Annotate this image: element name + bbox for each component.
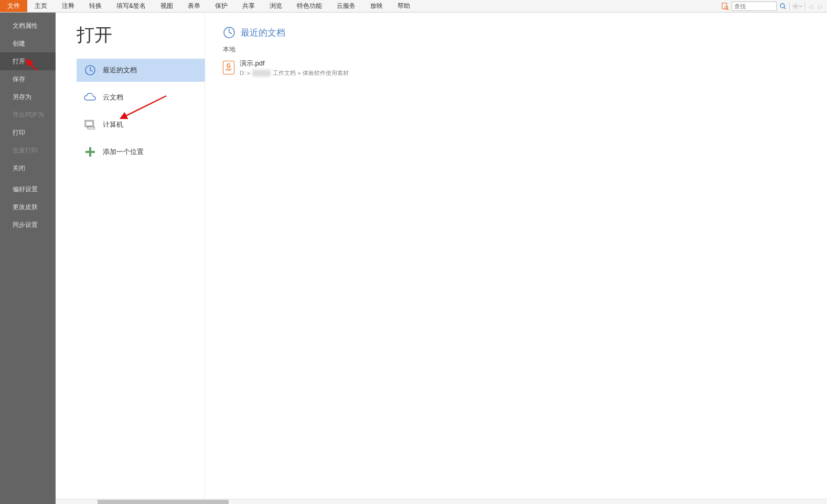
sidebar-item-batchprint[interactable]: 批量打印 <box>0 141 56 159</box>
recent-file-item[interactable]: G PDF 演示.pdf D: » ████ 工作文档 » 体验软件使用素材 <box>223 57 827 78</box>
local-section-label: 本地 <box>223 45 827 54</box>
cloud-icon <box>84 91 96 104</box>
open-panel-title: 打开 <box>77 23 205 47</box>
open-option-label: 云文档 <box>103 93 123 102</box>
file-info: 演示.pdf D: » ████ 工作文档 » 体验软件使用素材 <box>240 59 349 77</box>
sidebar-item-print[interactable]: 打印 <box>0 124 56 141</box>
horizontal-scrollbar[interactable] <box>56 499 827 504</box>
svg-point-5 <box>794 5 797 7</box>
menu-annotate[interactable]: 注释 <box>55 0 82 12</box>
sidebar-item-skin[interactable]: 更改皮肤 <box>0 198 56 216</box>
clock-icon <box>223 26 235 39</box>
main-layout: 文档属性 创建 打开 保存 另存为 导出PDF为 打印 批量打印 关闭 偏好设置… <box>0 13 827 504</box>
menu-cloud[interactable]: 云服务 <box>329 0 363 12</box>
svg-line-4 <box>784 7 786 9</box>
menu-help[interactable]: 帮助 <box>390 0 417 12</box>
nav-prev-icon[interactable]: ◁ <box>807 2 814 10</box>
separator <box>804 2 805 10</box>
menu-form[interactable]: 表单 <box>180 0 208 12</box>
open-option-label: 计算机 <box>103 120 123 129</box>
open-option-recent[interactable]: 最近的文档 <box>77 59 205 82</box>
sidebar-item-close[interactable]: 关闭 <box>0 159 56 177</box>
svg-line-2 <box>727 9 728 10</box>
sidebar-item-export[interactable]: 导出PDF为 <box>0 106 56 124</box>
scrollbar-thumb[interactable] <box>98 500 229 504</box>
menu-home[interactable]: 主页 <box>27 0 55 12</box>
file-sidebar: 文档属性 创建 打开 保存 另存为 导出PDF为 打印 批量打印 关闭 偏好设置… <box>0 13 56 504</box>
file-name: 演示.pdf <box>240 59 349 68</box>
open-option-cloud[interactable]: 云文档 <box>77 86 205 109</box>
search-icon[interactable] <box>779 2 787 10</box>
open-option-label: 添加一个位置 <box>103 147 144 157</box>
menu-convert[interactable]: 转换 <box>82 0 109 12</box>
open-options-panel: 打开 最近的文档 云文档 计算机 添加一个位置 <box>56 13 205 504</box>
file-path: D: » ████ 工作文档 » 体验软件使用素材 <box>240 69 349 77</box>
top-menubar: 文件 主页 注释 转换 填写&签名 视图 表单 保护 共享 浏览 特色功能 云服… <box>0 0 827 13</box>
svg-point-3 <box>780 4 785 8</box>
pdf-file-icon: G PDF <box>223 61 234 74</box>
sidebar-item-open[interactable]: 打开 <box>0 52 56 70</box>
sidebar-item-preferences[interactable]: 偏好设置 <box>0 180 56 198</box>
menubar-right-tools: ◁ ▷ <box>721 0 827 13</box>
find-in-page-icon[interactable] <box>721 2 729 10</box>
open-option-label: 最近的文档 <box>103 65 137 75</box>
menu-protect[interactable]: 保护 <box>208 0 235 12</box>
svg-rect-12 <box>85 151 95 153</box>
svg-rect-9 <box>88 127 94 129</box>
menu-browse[interactable]: 浏览 <box>262 0 289 12</box>
menu-play[interactable]: 放映 <box>363 0 390 12</box>
menu-view[interactable]: 视图 <box>153 0 180 12</box>
sidebar-item-properties[interactable]: 文档属性 <box>0 17 56 35</box>
recent-docs-header: 最近的文档 <box>223 26 827 39</box>
svg-rect-8 <box>86 122 93 126</box>
recent-docs-panel: 最近的文档 本地 G PDF 演示.pdf D: » ████ 工作文档 » 体… <box>205 13 827 504</box>
search-input[interactable] <box>732 2 777 11</box>
open-option-computer[interactable]: 计算机 <box>77 113 205 136</box>
gear-icon[interactable] <box>792 2 802 10</box>
plus-icon <box>84 146 96 158</box>
computer-icon <box>84 118 96 131</box>
sidebar-item-save[interactable]: 保存 <box>0 70 56 88</box>
sidebar-item-create[interactable]: 创建 <box>0 35 56 52</box>
separator <box>789 2 790 10</box>
sidebar-item-saveas[interactable]: 另存为 <box>0 88 56 106</box>
svg-rect-0 <box>722 3 727 9</box>
menu-fillsign[interactable]: 填写&签名 <box>109 0 153 12</box>
clock-icon <box>84 64 96 76</box>
menu-file[interactable]: 文件 <box>0 0 27 12</box>
menu-features[interactable]: 特色功能 <box>289 0 329 12</box>
sidebar-item-sync[interactable]: 同步设置 <box>0 216 56 234</box>
open-option-addlocation[interactable]: 添加一个位置 <box>77 140 205 163</box>
menu-share[interactable]: 共享 <box>235 0 262 12</box>
recent-docs-title: 最近的文档 <box>241 27 285 39</box>
nav-next-icon[interactable]: ▷ <box>817 2 824 10</box>
